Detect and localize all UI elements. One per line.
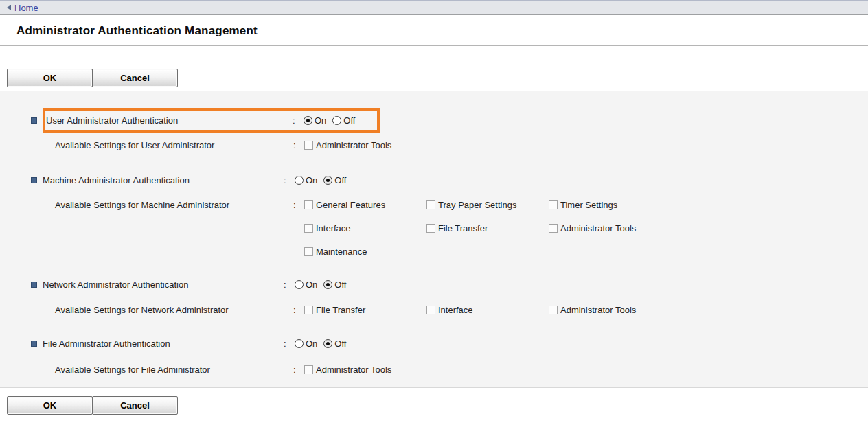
check-item: File Transfer — [304, 305, 426, 315]
home-link-label: Home — [14, 3, 38, 13]
colon: : — [293, 305, 304, 315]
radio-label-off: Off — [334, 279, 346, 290]
available-file-admin-row: Available Settings for File Administrato… — [0, 363, 868, 376]
checkbox-label: Timer Settings — [560, 200, 617, 210]
section-network-admin-auth: Network Administrator Authentication : O… — [0, 277, 868, 291]
check-item: File Transfer — [426, 223, 549, 233]
colon: : — [284, 279, 295, 290]
colon: : — [293, 140, 304, 150]
available-network-admin-row: Available Settings for Network Administr… — [0, 303, 868, 317]
checkbox-timer-settings[interactable] — [549, 200, 558, 209]
checkbox-general-features[interactable] — [304, 200, 313, 209]
checkbox-label: Administrator Tools — [560, 305, 636, 315]
radio-machine-admin-on[interactable] — [295, 176, 304, 185]
check-item: Tray Paper Settings — [426, 200, 549, 210]
colon: : — [284, 175, 295, 185]
check-item: Timer Settings — [549, 200, 617, 210]
colon: : — [293, 365, 304, 375]
radio-label-on: On — [306, 279, 317, 290]
check-item: Interface — [426, 305, 549, 315]
settings-panel: User Administrator Authentication : On O… — [0, 91, 868, 388]
radio-label-off: Off — [334, 175, 346, 185]
radio-network-admin-on[interactable] — [295, 280, 304, 289]
machine-admin-auth-radio-group: On Off — [295, 175, 352, 185]
file-admin-auth-radio-group: On Off — [295, 338, 352, 349]
home-link[interactable]: Home — [7, 3, 38, 13]
checkbox-label: Interface — [438, 305, 473, 315]
section-bullet-icon — [31, 177, 37, 183]
radio-label-on: On — [306, 175, 317, 185]
checkbox-label: General Features — [316, 200, 385, 210]
section-user-admin-auth: User Administrator Authentication : On O… — [0, 108, 868, 133]
available-machine-admin-row-2: Interface File Transfer Administrator To… — [0, 221, 868, 235]
title-area: Administrator Authentication Management — [0, 15, 868, 46]
check-item: Administrator Tools — [549, 223, 636, 233]
checkbox-label: Interface — [316, 223, 351, 233]
radio-user-admin-on[interactable] — [304, 116, 312, 125]
radio-file-admin-on[interactable] — [295, 339, 304, 348]
check-item: Administrator Tools — [304, 365, 391, 375]
checkbox-label: Administrator Tools — [316, 140, 391, 150]
radio-label-on: On — [306, 338, 317, 349]
available-machine-admin-row: Available Settings for Machine Administr… — [0, 198, 868, 211]
available-label: Available Settings for User Administrato… — [55, 140, 293, 150]
ok-button-bottom[interactable]: OK — [7, 396, 93, 415]
radio-network-admin-off[interactable] — [323, 280, 332, 289]
section-machine-admin-auth: Machine Administrator Authentication : O… — [0, 173, 868, 187]
cancel-button-top[interactable]: Cancel — [92, 69, 178, 87]
check-item: Maintenance — [304, 246, 367, 257]
checkbox-maintenance[interactable] — [304, 247, 313, 256]
highlight-box: User Administrator Authentication : On O… — [43, 108, 380, 133]
user-admin-auth-radio-group: On Off — [304, 115, 361, 126]
cancel-button-bottom[interactable]: Cancel — [92, 396, 178, 415]
available-label: Available Settings for Machine Administr… — [55, 200, 293, 210]
network-admin-auth-radio-group: On Off — [295, 279, 352, 290]
checkbox-tray-paper-settings[interactable] — [426, 200, 435, 209]
checkbox-net-interface[interactable] — [426, 306, 435, 314]
checkbox-administrator-tools[interactable] — [549, 224, 558, 233]
checkbox-label: Maintenance — [316, 246, 367, 257]
checkbox-user-admin-tools[interactable] — [304, 141, 313, 150]
back-arrow-icon — [7, 5, 11, 10]
checkbox-label: Administrator Tools — [560, 223, 636, 233]
radio-label-on: On — [315, 115, 326, 126]
check-item: Administrator Tools — [549, 305, 636, 315]
checkbox-file-administrator-tools[interactable] — [304, 365, 313, 374]
top-button-row: OK Cancel — [0, 69, 868, 87]
available-machine-admin-row-3: Maintenance — [0, 244, 868, 258]
section-label: User Administrator Authentication — [46, 115, 293, 126]
check-item: Administrator Tools — [304, 140, 391, 150]
section-label: Network Administrator Authentication — [43, 279, 284, 290]
page-title: Administrator Authentication Management — [16, 24, 258, 37]
check-item: General Features — [304, 200, 426, 210]
breadcrumb-bar: Home — [0, 0, 868, 15]
section-bullet-icon — [31, 341, 37, 347]
checkbox-net-administrator-tools[interactable] — [549, 306, 558, 314]
available-label: Available Settings for File Administrato… — [55, 365, 293, 375]
checkbox-net-file-transfer[interactable] — [304, 306, 313, 314]
section-label: File Administrator Authentication — [43, 338, 284, 349]
check-item: Interface — [304, 223, 426, 233]
ok-button-top[interactable]: OK — [7, 69, 93, 87]
section-file-admin-auth: File Administrator Authentication : On O… — [0, 336, 868, 350]
available-user-admin-row: Available Settings for User Administrato… — [0, 138, 868, 152]
checkbox-label: File Transfer — [316, 305, 365, 315]
colon: : — [284, 338, 295, 349]
radio-machine-admin-off[interactable] — [323, 176, 332, 185]
bottom-button-row: OK Cancel — [0, 396, 868, 415]
checkbox-label: File Transfer — [438, 223, 488, 233]
available-label: Available Settings for Network Administr… — [55, 305, 293, 315]
radio-label-off: Off — [343, 115, 355, 126]
colon: : — [293, 115, 304, 126]
section-label: Machine Administrator Authentication — [43, 175, 284, 185]
checkbox-label: Tray Paper Settings — [438, 200, 516, 210]
section-bullet-icon — [31, 282, 37, 288]
checkbox-interface[interactable] — [304, 224, 313, 233]
checkbox-file-transfer[interactable] — [426, 224, 435, 233]
colon: : — [293, 200, 304, 210]
radio-label-off: Off — [334, 338, 346, 349]
radio-file-admin-off[interactable] — [323, 339, 332, 348]
checkbox-label: Administrator Tools — [316, 365, 391, 375]
section-bullet-icon — [31, 117, 37, 124]
radio-user-admin-off[interactable] — [332, 116, 341, 125]
